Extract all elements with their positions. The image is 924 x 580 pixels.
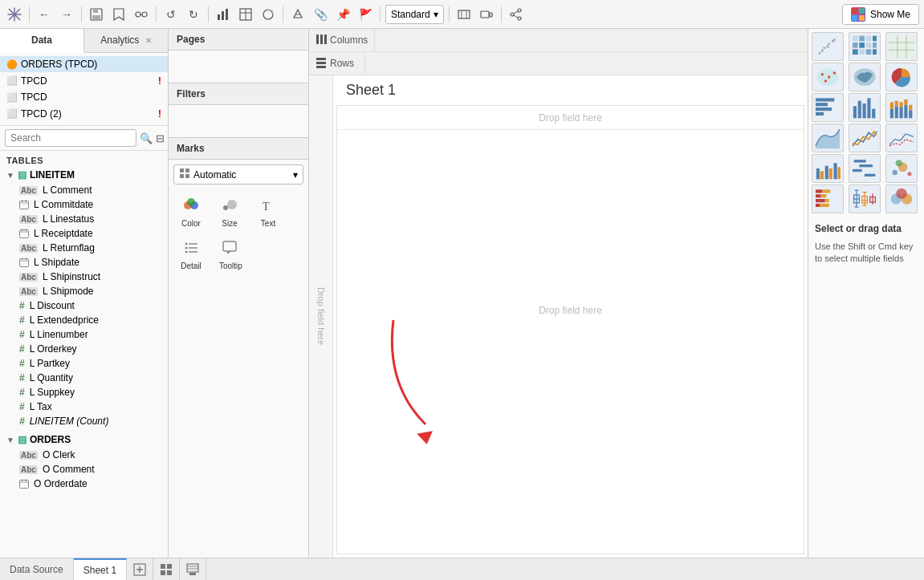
chart-scatter[interactable] — [812, 32, 844, 61]
field-l-returnflag[interactable]: Abc L Returnflag — [0, 241, 168, 255]
new-dashboard-icon[interactable] — [153, 558, 180, 580]
chart-hbar[interactable] — [812, 93, 844, 122]
clip-icon[interactable]: 📎 — [311, 5, 330, 24]
chart-icon[interactable] — [214, 5, 233, 24]
text-mark-btn[interactable]: T Text — [250, 193, 286, 232]
svg-rect-128 — [859, 164, 873, 167]
chart-color-square[interactable] — [849, 32, 881, 61]
save-icon[interactable] — [87, 5, 106, 24]
show-me-button[interactable]: Show Me — [842, 4, 919, 25]
data-tab[interactable]: Data — [0, 29, 84, 53]
rows-content[interactable] — [365, 52, 808, 75]
svg-rect-104 — [816, 107, 832, 111]
chart-pie[interactable] — [885, 63, 918, 91]
row-shelf-side[interactable]: Drop field here — [309, 75, 333, 558]
chart-dual-bar[interactable] — [812, 154, 844, 183]
size-mark-btn[interactable]: Size — [212, 193, 247, 232]
chart-hbar-color[interactable] — [812, 185, 844, 213]
field-l-tax[interactable]: # L Tax — [0, 400, 168, 414]
back-icon[interactable]: ← — [35, 5, 54, 24]
field-l-commitdate[interactable]: L Commitdate — [0, 197, 168, 212]
columns-content[interactable] — [375, 29, 808, 51]
svg-rect-11 — [222, 11, 224, 20]
svg-rect-10 — [218, 14, 220, 20]
lineitem-table-header[interactable]: ▼ ▤ LINEITEM — [0, 167, 168, 183]
chart-map-filled[interactable] — [849, 63, 881, 91]
chart-line[interactable] — [849, 124, 881, 152]
svg-rect-124 — [829, 168, 832, 179]
field-l-partkey[interactable]: # L Partkey — [0, 356, 168, 371]
color-mark-btn[interactable]: Color — [173, 193, 209, 232]
tableau-logo-icon[interactable] — [5, 5, 24, 24]
redo-icon[interactable]: ↻ — [184, 5, 203, 24]
table-icon[interactable] — [236, 5, 255, 24]
datasource-item-1[interactable]: ⬜ TPCD ! — [0, 72, 168, 89]
pin-icon[interactable]: 📌 — [333, 5, 352, 24]
device-icon[interactable] — [477, 5, 496, 24]
svg-rect-90 — [873, 49, 877, 55]
field-o-orderdate[interactable]: O Orderdate — [0, 477, 168, 491]
chart-map-dots[interactable] — [812, 63, 844, 91]
filter-icon[interactable]: ⊟ — [156, 132, 165, 144]
field-l-orderkey[interactable]: # L Orderkey — [0, 342, 168, 356]
chart-circle[interactable] — [885, 185, 918, 213]
orders-table-header[interactable]: ▼ ▤ ORDERS — [0, 432, 168, 448]
datasource-item-0[interactable]: 🟠 ORDERS (TPCD) — [0, 56, 168, 72]
chart-boxplot[interactable] — [849, 185, 881, 213]
analytics-tab[interactable]: Analytics ✕ — [84, 29, 168, 52]
field-l-discount[interactable]: # L Discount — [0, 298, 168, 313]
field-l-extendedprice[interactable]: # L Extendedprice — [0, 313, 168, 327]
marks-type-label: Automatic — [193, 169, 236, 180]
chart-area[interactable] — [812, 124, 844, 152]
detail-mark-btn[interactable]: Detail — [173, 235, 209, 274]
type-abc-icon: Abc — [19, 273, 38, 282]
chart-gantt[interactable] — [849, 154, 881, 183]
flag-icon[interactable]: 🚩 — [356, 5, 375, 24]
field-o-comment[interactable]: Abc O Comment — [0, 462, 168, 477]
search-button[interactable]: 🔍 — [140, 132, 153, 144]
tooltip-mark-btn[interactable]: Tooltip — [212, 235, 250, 274]
field-o-clerk[interactable]: Abc O Clerk — [0, 448, 168, 462]
field-l-quantity[interactable]: # L Quantity — [0, 371, 168, 385]
field-l-linenumber[interactable]: # L Linenumber — [0, 327, 168, 342]
size-circles-icon — [221, 197, 238, 217]
pages-title: Pages — [169, 29, 308, 51]
field-l-count[interactable]: # LINEITEM (Count) — [0, 414, 168, 428]
bookmark-icon[interactable] — [109, 5, 128, 24]
marks-type-dropdown[interactable]: Automatic ▾ — [173, 164, 303, 185]
datasource-item-2[interactable]: ⬜ TPCD — [0, 89, 168, 105]
analytics-icon[interactable] — [258, 5, 278, 24]
search-input[interactable] — [5, 129, 136, 147]
data-source-tab[interactable]: Data Source — [0, 558, 74, 580]
sep5 — [283, 6, 283, 22]
chart-dual-line[interactable] — [885, 124, 918, 152]
field-l-suppkey[interactable]: # L Suppkey — [0, 385, 168, 400]
share-icon[interactable] — [507, 5, 526, 24]
datasource-item-3[interactable]: ⬜ TPCD (2) ! — [0, 105, 168, 122]
field-l-comment[interactable]: Abc L Comment — [0, 183, 168, 197]
color-circles-icon — [182, 197, 200, 217]
forward-icon[interactable]: → — [57, 5, 76, 24]
data-prep-icon[interactable] — [132, 5, 151, 24]
standard-dropdown[interactable]: Standard ▾ — [385, 5, 444, 24]
fit-icon[interactable] — [454, 5, 474, 24]
field-l-shipdate[interactable]: L Shipdate — [0, 255, 168, 270]
new-sheet-icon[interactable] — [127, 558, 153, 580]
highlight-icon[interactable] — [288, 5, 307, 24]
filters-title: Filters — [169, 83, 308, 105]
filters-section: Filters — [169, 83, 308, 138]
field-l-linestatus[interactable]: Abc L Linestatus — [0, 212, 168, 226]
field-l-receiptdate[interactable]: L Receiptdate — [0, 226, 168, 241]
field-l-shipmode[interactable]: Abc L Shipmode — [0, 284, 168, 298]
chart-bubble[interactable] — [885, 154, 918, 183]
sheet1-tab[interactable]: Sheet 1 — [74, 558, 127, 580]
undo-icon[interactable]: ↺ — [161, 5, 181, 24]
chart-vbar[interactable] — [849, 93, 881, 122]
field-l-shipinstruct[interactable]: Abc L Shipinstruct — [0, 270, 168, 284]
sidebar-close-icon[interactable]: ✕ — [145, 36, 152, 45]
chart-crosstab[interactable] — [885, 32, 918, 61]
new-story-icon[interactable] — [180, 558, 206, 580]
search-bar: 🔍 ⊟ ☰ ▾ — [0, 126, 168, 151]
chart-stacked-bar[interactable] — [885, 93, 918, 122]
marks-dropdown-arrow: ▾ — [293, 169, 298, 180]
